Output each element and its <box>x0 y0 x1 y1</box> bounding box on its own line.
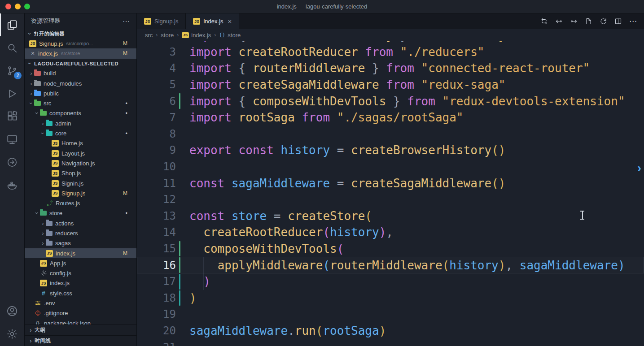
code-line-7[interactable]: 7import rootSaga from "./sagas/rootSaga" <box>137 109 644 126</box>
open-changes-icon[interactable] <box>540 17 548 25</box>
split-editor-icon[interactable] <box>614 17 622 25</box>
outline-section-header[interactable]: › 大纲 <box>25 324 136 335</box>
tree-item-reducers[interactable]: ›reducers <box>25 228 136 238</box>
tree-item-Home.js[interactable]: JSHome.js <box>25 138 136 148</box>
folder-icon <box>46 131 53 136</box>
tree-item-index.js[interactable]: JSindex.jsM <box>25 248 136 258</box>
project-root-header[interactable]: › LAGOU-CAREFULLY-SELECTED <box>25 59 136 69</box>
tree-item-public[interactable]: ›public <box>25 88 136 98</box>
code-line-8[interactable]: 8 <box>137 126 644 143</box>
tree-item-Layout.js[interactable]: JSLayout.js <box>25 148 136 158</box>
tree-item-label: Routes.js <box>56 200 80 207</box>
activity-explorer[interactable] <box>0 13 24 36</box>
js-file-icon: JS <box>40 280 47 286</box>
split-editor-icon <box>614 17 622 25</box>
tree-item-.gitignore[interactable]: .gitignore <box>25 308 136 318</box>
timeline-section-header[interactable]: › 时间线 <box>25 335 136 346</box>
tree-item-build[interactable]: ›build <box>25 69 136 78</box>
sync-icon[interactable] <box>600 17 607 25</box>
folder-icon <box>46 221 53 226</box>
code-line-19[interactable]: 19 <box>137 306 644 323</box>
tree-item-Signin.js[interactable]: JSSignin.js <box>25 178 136 188</box>
code-line-13[interactable]: 13const store = createStore( <box>137 208 644 225</box>
tree-item-.env[interactable]: .env <box>25 298 136 308</box>
tree-item-config.js[interactable]: config.js <box>25 268 136 278</box>
next-change-icon <box>570 17 578 25</box>
code-line-17[interactable]: 17 ) <box>137 273 644 290</box>
breadcrumb-item-store[interactable]: store <box>161 32 174 39</box>
tab-index.js[interactable]: JSindex.js× <box>186 13 239 29</box>
activity-run-debug[interactable] <box>0 82 24 105</box>
code-line-18[interactable]: 18) <box>137 290 644 307</box>
activity-settings[interactable] <box>0 322 24 345</box>
previous-change-icon[interactable] <box>555 17 563 25</box>
code-line-9[interactable]: 9export const history = createBrowserHis… <box>137 142 644 159</box>
tree-item-core[interactable]: ›core• <box>25 128 136 138</box>
code-line-10[interactable]: 10 <box>137 159 644 175</box>
code-line-5[interactable]: 5import createSagaMiddleware from "redux… <box>137 77 644 93</box>
code-line-11[interactable]: 11const sagaMiddleware = createSagaMiddl… <box>137 175 644 191</box>
tree-item-node_modules[interactable]: ›node_modules <box>25 78 136 88</box>
code-line-21[interactable]: 21 <box>137 339 644 346</box>
code-text: import createSagaMiddleware from "redux-… <box>189 78 505 91</box>
js-file-icon: JS <box>52 160 59 167</box>
tree-item-src[interactable]: ›src• <box>25 98 136 108</box>
zoom-window-button[interactable] <box>24 4 30 9</box>
breadcrumb-item-index.js[interactable]: JSindex.js <box>182 32 211 39</box>
breadcrumb-separator: › <box>214 32 216 38</box>
code-line-4[interactable]: 4import { routerMiddleware } from "conne… <box>137 60 644 77</box>
code-line-6[interactable]: 6import { composeWithDevTools } from "re… <box>137 93 644 109</box>
tree-item-Routes.js[interactable]: Routes.js <box>25 198 136 208</box>
activity-search[interactable] <box>0 36 24 59</box>
activity-docker[interactable] <box>0 173 24 196</box>
code-line-14[interactable]: 14 createRootReducer(history), <box>137 224 644 241</box>
more-actions-icon[interactable]: ⋯ <box>123 17 130 26</box>
close-editor-icon[interactable]: × <box>29 50 36 57</box>
more-actions-icon[interactable]: ⋯ <box>629 17 637 26</box>
tree-item-admin[interactable]: ›admin <box>25 118 136 128</box>
code-line-20[interactable]: 20sagaMiddleware.run(rootSaga) <box>137 323 644 339</box>
tree-item-Shop.js[interactable]: JSShop.js <box>25 169 136 178</box>
activity-accounts[interactable] <box>0 299 24 322</box>
close-tab-icon[interactable]: × <box>228 17 232 25</box>
code-text: export const history = createBrowserHist… <box>189 143 505 157</box>
js-file-icon: JS <box>46 250 53 257</box>
sidebar-header: 资源管理器 ⋯ <box>25 13 136 29</box>
activity-remote-explorer[interactable] <box>0 128 24 151</box>
tree-item-index.js[interactable]: JSindex.js <box>25 278 136 288</box>
code-line-2[interactable]: 2import { createBrowserHistory } from "h… <box>137 41 644 44</box>
activity-source-control[interactable]: 2 <box>0 59 24 82</box>
tree-item-style.css[interactable]: #style.css <box>25 288 136 298</box>
open-file-icon[interactable] <box>585 17 592 25</box>
tree-item-actions[interactable]: ›actions <box>25 218 136 228</box>
activity-live-share[interactable] <box>0 151 24 173</box>
tab-Signup.js[interactable]: JSSignup.js <box>137 13 186 29</box>
tree-item-Signup.js[interactable]: JSSignup.jsM <box>25 188 136 198</box>
code-editor[interactable]: 2import { createBrowserHistory } from "h… <box>137 41 644 346</box>
open-editor-item-index.js[interactable]: ×index.jssrc/storeM <box>25 48 136 58</box>
code-text: import { routerMiddleware } from "connec… <box>189 61 590 75</box>
code-line-3[interactable]: 3import createRootReducer from "./reduce… <box>137 44 644 61</box>
tree-item-sagas[interactable]: ›sagas <box>25 238 136 248</box>
code-line-15[interactable]: 15 composeWithDevTools( <box>137 241 644 257</box>
close-window-button[interactable] <box>5 4 11 9</box>
tree-item-components[interactable]: ›components• <box>25 108 136 118</box>
folder-icon <box>34 81 41 86</box>
open-editor-item-Signup.js[interactable]: JSSignup.jssrc/compo...M <box>25 39 136 48</box>
code-text: ) <box>189 291 197 305</box>
next-change-icon[interactable] <box>570 17 578 25</box>
tree-item-Navigation.js[interactable]: JSNavigation.js <box>25 158 136 168</box>
code-line-16[interactable]: 16 applyMiddleware(routerMiddleware(hist… <box>137 257 644 273</box>
code-line-12[interactable]: 12 <box>137 191 644 208</box>
tree-item-store[interactable]: ›store• <box>25 208 136 218</box>
line-number: 13 <box>137 210 176 222</box>
tree-item-label: index.js <box>56 250 75 257</box>
open-editors-header[interactable]: › 打开的编辑器 <box>25 29 136 39</box>
outline-label: 大纲 <box>35 326 45 334</box>
breadcrumb-item-store[interactable]: store <box>219 32 241 39</box>
panel-reveal-chevron[interactable]: › <box>637 160 644 176</box>
activity-extensions[interactable] <box>0 105 24 128</box>
minimize-window-button[interactable] <box>15 4 21 9</box>
breadcrumb-item-src[interactable]: src <box>145 32 153 39</box>
tree-item-App.js[interactable]: JSApp.js <box>25 258 136 268</box>
